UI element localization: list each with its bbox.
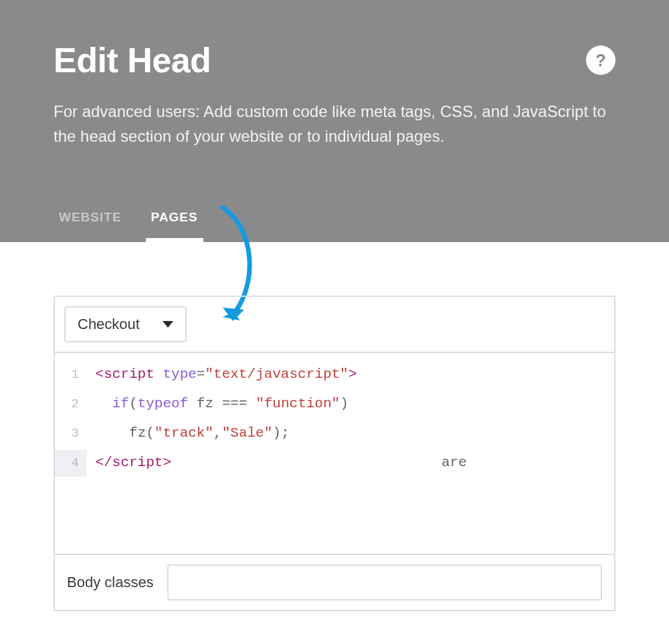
content: Checkout 1 <script type="text/javascript… bbox=[0, 242, 669, 638]
code-text: if(typeof fz === "function") bbox=[87, 389, 349, 419]
code-line: 4 </script> are bbox=[55, 448, 614, 477]
editor-panel: Checkout 1 <script type="text/javascript… bbox=[54, 296, 615, 611]
line-number: 1 bbox=[55, 362, 87, 389]
tabs: WEBSITE PAGES bbox=[54, 198, 203, 242]
page-subtitle: For advanced users: Add custom code like… bbox=[54, 99, 615, 148]
tab-pages[interactable]: PAGES bbox=[146, 198, 203, 242]
help-button[interactable]: ? bbox=[586, 45, 615, 75]
line-number: 2 bbox=[55, 391, 87, 418]
body-classes-label: Body classes bbox=[67, 574, 154, 591]
page-select-row: Checkout bbox=[55, 297, 614, 353]
line-number: 4 bbox=[55, 450, 87, 477]
code-editor[interactable]: 1 <script type="text/javascript"> 2 if(t… bbox=[55, 353, 614, 554]
page-select-dropdown[interactable]: Checkout bbox=[64, 306, 187, 342]
header: Edit Head ? For advanced users: Add cust… bbox=[0, 0, 669, 242]
title-row: Edit Head ? bbox=[54, 40, 615, 80]
code-text: fz("track","Sale"); bbox=[87, 419, 290, 448]
code-text: </script> bbox=[87, 448, 171, 477]
help-icon: ? bbox=[595, 50, 606, 71]
code-line: 2 if(typeof fz === "function") bbox=[55, 389, 614, 419]
page-select-value: Checkout bbox=[78, 316, 140, 333]
body-classes-row: Body classes bbox=[55, 554, 614, 610]
code-line: 1 <script type="text/javascript"> bbox=[55, 360, 614, 389]
line-number: 3 bbox=[55, 421, 87, 447]
body-classes-input[interactable] bbox=[167, 564, 602, 601]
page-title: Edit Head bbox=[54, 40, 211, 80]
tab-website[interactable]: WEBSITE bbox=[54, 198, 127, 242]
code-text: <script type="text/javascript"> bbox=[87, 360, 357, 389]
chevron-down-icon bbox=[163, 321, 173, 328]
stray-text: are bbox=[442, 448, 467, 477]
code-line: 3 fz("track","Sale"); bbox=[55, 419, 614, 448]
